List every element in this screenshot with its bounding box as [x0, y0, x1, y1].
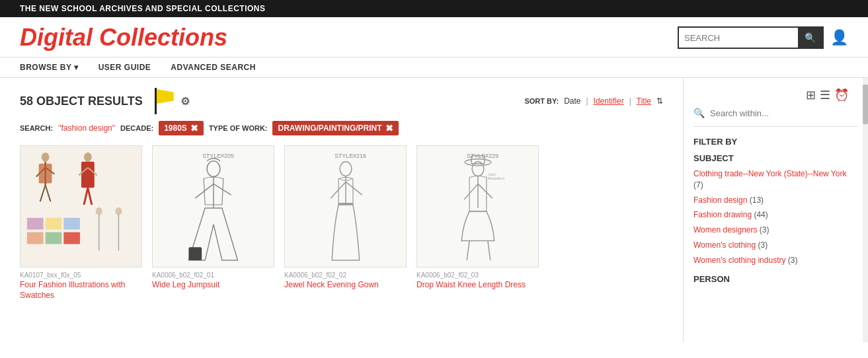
svg-point-23: [115, 207, 122, 215]
filter-subject-womens-clothing[interactable]: Women's clothing (3): [693, 240, 858, 251]
result-title: Four Fashion Illustrations with Swatches: [20, 280, 142, 301]
result-id: KA0006_b02_f02_02: [284, 271, 407, 279]
sort-identifier[interactable]: Identifier: [594, 96, 624, 106]
filter-count: (13): [750, 196, 764, 205]
result-title: Jewel Neck Evening Gown: [284, 280, 407, 291]
content-area: 58 OBJECT RESULTS ⚙ SORT BY: Date | Iden…: [0, 78, 683, 342]
sidebar-search-area: 🔍: [693, 108, 858, 127]
result-id: KA0107_bxx_f0x_05: [20, 271, 142, 279]
svg-rect-18: [46, 233, 62, 244]
filter-count: (3): [758, 240, 768, 250]
search-button[interactable]: 🔍: [798, 28, 822, 48]
svg-rect-19: [63, 233, 80, 244]
result-item[interactable]: STYLE#216: [284, 145, 407, 301]
result-title: Wide Leg Jumpsuit: [152, 280, 274, 291]
filter-label: Women's clothing industry: [693, 256, 785, 265]
scrollbar-thumb[interactable]: [863, 85, 868, 124]
sort-title[interactable]: Title: [637, 96, 651, 106]
type-prefix: TYPE OF WORK:: [209, 124, 268, 132]
nav-advanced-search[interactable]: ADVANCED SEARCH: [171, 63, 256, 72]
filter-count: (3): [760, 225, 769, 234]
filter-label: Women's clothing: [693, 240, 756, 250]
search-input[interactable]: [679, 30, 798, 46]
results-grid: KA0107_bxx_f0x_05 Four Fashion Illustrat…: [20, 145, 663, 301]
result-thumbnail: [20, 145, 142, 268]
filter-label: Fashion design: [693, 196, 747, 205]
sidebar-search-icon: 🔍: [693, 108, 705, 118]
search-term: "fashion design": [58, 124, 115, 133]
count-label: 58 OBJECT RESULTS: [20, 94, 143, 108]
scrollbar-track: [863, 78, 868, 342]
svg-rect-17: [27, 233, 44, 244]
user-icon[interactable]: 👤: [830, 29, 848, 46]
search-prefix: SEARCH:: [20, 124, 53, 132]
type-value: DRAWING/PAINTING/PRINT: [278, 124, 381, 133]
result-item[interactable]: STYLE#205: [152, 145, 274, 301]
type-filter-tag[interactable]: DRAWING/PAINTING/PRINT ✖: [272, 121, 398, 135]
filter-label: Fashion drawing: [693, 210, 752, 219]
svg-rect-9: [81, 162, 95, 188]
view-controls: ⊞ ☰ ⏰: [693, 88, 858, 102]
sort-divider-2: |: [629, 96, 631, 106]
svg-point-21: [96, 207, 102, 215]
top-bar: THE NEW SCHOOL ARCHIVES AND SPECIAL COLL…: [0, 0, 868, 17]
decade-value: 1980S: [164, 124, 187, 133]
main-container: 58 OBJECT RESULTS ⚙ SORT BY: Date | Iden…: [0, 78, 868, 342]
sidebar-search-input[interactable]: [710, 108, 858, 118]
svg-rect-7: [39, 164, 52, 184]
filter-tags: SEARCH: "fashion design" DECADE: 1980S ✖…: [20, 121, 663, 135]
grid-view-icon[interactable]: ⊞: [806, 88, 816, 102]
svg-text:Jade: Jade: [488, 172, 497, 176]
svg-rect-14: [27, 218, 44, 230]
filter-label: Clothing trade--New York (State)--New Yo…: [693, 169, 846, 178]
result-thumbnail: STYLE#205: [152, 145, 274, 268]
svg-rect-0: [20, 146, 141, 267]
filter-subject-womens-clothing-industry[interactable]: Women's clothing industry (3): [693, 255, 858, 266]
filter-subject-clothing-trade[interactable]: Clothing trade--New York (State)--New Yo…: [693, 168, 858, 191]
svg-text:STYLE#205: STYLE#205: [202, 153, 234, 159]
filter-count: (7): [693, 180, 703, 190]
filter-count: (3): [788, 256, 798, 265]
header-right: 🔍 👤: [678, 26, 848, 49]
remove-type-button[interactable]: ✖: [385, 124, 393, 133]
flag-pole: [155, 88, 157, 114]
svg-point-1: [42, 153, 50, 162]
results-count: 58 OBJECT RESULTS ⚙: [20, 88, 190, 114]
site-title[interactable]: Digital Collections: [20, 24, 227, 52]
sort-asc-icon[interactable]: ⇅: [656, 96, 663, 106]
flag-body: [157, 89, 174, 104]
svg-text:STYLE#216: STYLE#216: [335, 153, 366, 159]
svg-point-8: [84, 153, 92, 162]
nav-browse-by[interactable]: BROWSE BY: [20, 63, 79, 72]
nav-user-guide[interactable]: USER GUIDE: [99, 63, 151, 72]
result-thumbnail: STYLE#216: [284, 145, 407, 268]
result-thumbnail: STYLE#229: [416, 145, 539, 268]
institution-title: THE NEW SCHOOL ARCHIVES AND SPECIAL COLL…: [20, 4, 266, 13]
sort-label: SORT BY:: [524, 97, 559, 105]
filter-subject-fashion-design[interactable]: Fashion design (13): [693, 195, 858, 206]
sort-date[interactable]: Date: [564, 96, 580, 106]
remove-decade-button[interactable]: ✖: [190, 124, 198, 133]
svg-text:Medallion: Medallion: [488, 176, 504, 180]
subject-section-title: SUBJECT: [693, 153, 858, 163]
list-view-icon[interactable]: ☰: [820, 88, 830, 102]
header: Digital Collections 🔍 👤: [0, 17, 868, 57]
svg-rect-16: [63, 218, 80, 230]
person-section-title: PERSON: [693, 274, 858, 284]
result-id: KA0006_b02_f02_01: [152, 271, 274, 279]
svg-rect-30: [188, 247, 202, 260]
sort-divider-1: |: [586, 96, 588, 106]
filter-subject-fashion-drawing[interactable]: Fashion drawing (44): [693, 209, 858, 221]
result-item[interactable]: STYLE#229: [416, 145, 539, 301]
results-header: 58 OBJECT RESULTS ⚙ SORT BY: Date | Iden…: [20, 88, 663, 114]
result-item[interactable]: KA0107_bxx_f0x_05 Four Fashion Illustrat…: [20, 145, 142, 301]
svg-rect-31: [285, 146, 406, 267]
filter-subject-women-designers[interactable]: Women designers (3): [693, 225, 858, 236]
filter-by-title: FILTER BY: [693, 137, 858, 147]
decade-filter-tag[interactable]: 1980S ✖: [159, 121, 204, 135]
gear-icon[interactable]: ⚙: [180, 95, 190, 108]
filter-count: (44): [754, 210, 768, 219]
history-icon[interactable]: ⏰: [834, 88, 849, 102]
sort-bar: SORT BY: Date | Identifier | Title ⇅: [524, 96, 663, 106]
search-box: 🔍: [678, 26, 824, 49]
